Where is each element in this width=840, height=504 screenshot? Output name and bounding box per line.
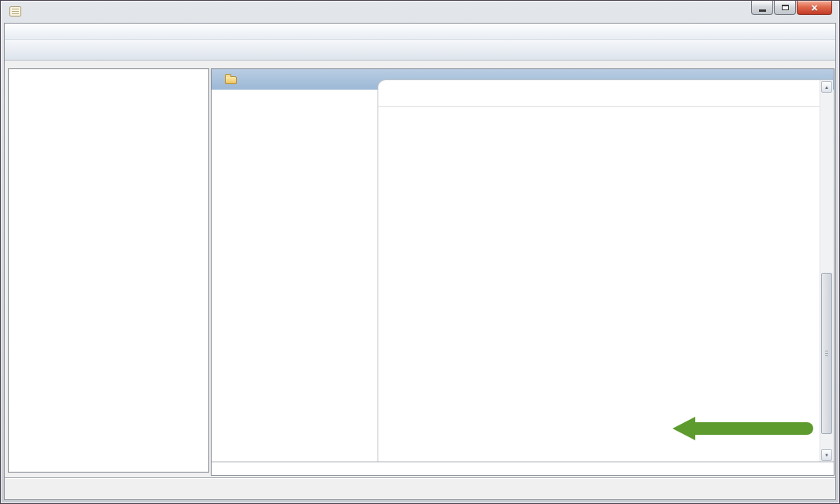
console-tree-panel bbox=[8, 68, 209, 473]
close-button[interactable]: × bbox=[797, 1, 832, 15]
view-tabs bbox=[212, 462, 834, 475]
description-pane bbox=[212, 90, 378, 462]
list-column-headers bbox=[378, 80, 820, 107]
menubar bbox=[5, 24, 835, 40]
minimize-button[interactable] bbox=[751, 1, 773, 15]
minimize-icon bbox=[759, 9, 766, 12]
details-panel: ▲ ▼ bbox=[211, 68, 834, 476]
maximize-button[interactable] bbox=[774, 1, 796, 15]
list-rows bbox=[378, 107, 820, 462]
folder-icon bbox=[225, 76, 237, 84]
maximize-icon bbox=[782, 5, 789, 10]
local-group-policy-editor-window: × ▲ ▼ bbox=[0, 0, 840, 504]
app-icon bbox=[9, 6, 21, 17]
vertical-scrollbar[interactable]: ▲ ▼ bbox=[820, 80, 833, 462]
client-area: ▲ ▼ bbox=[4, 23, 836, 500]
toolbar bbox=[5, 40, 835, 61]
window-controls: × bbox=[751, 1, 832, 15]
close-icon: × bbox=[811, 2, 817, 14]
titlebar[interactable]: × bbox=[1, 1, 839, 23]
scroll-down-button[interactable]: ▼ bbox=[821, 449, 832, 461]
scroll-up-button[interactable]: ▲ bbox=[821, 81, 832, 93]
scrollbar-thumb[interactable] bbox=[821, 273, 832, 434]
settings-list: ▲ ▼ bbox=[378, 79, 833, 462]
statusbar bbox=[5, 477, 835, 499]
